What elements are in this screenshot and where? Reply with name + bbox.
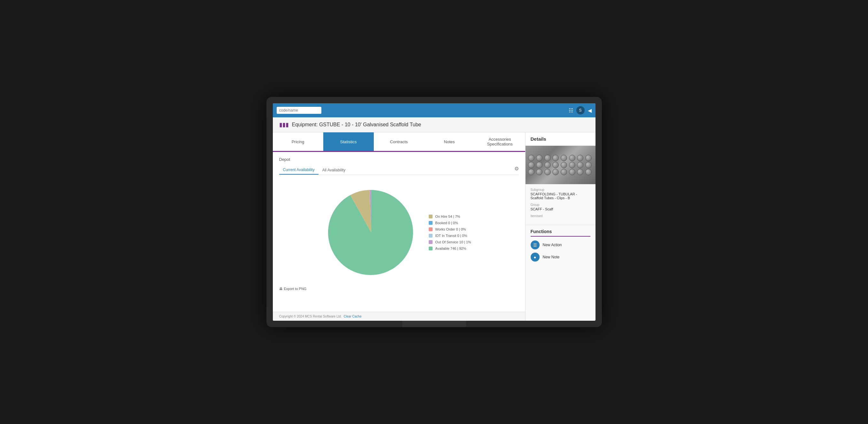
pipe	[561, 155, 567, 161]
new-note-icon: ●	[531, 253, 539, 261]
subgroup-value: SCAFFOLDING - TUBULAR - Scaffold Tubes -…	[531, 192, 590, 200]
monitor-stand	[402, 321, 466, 327]
booked-color	[429, 221, 433, 225]
scaffold-tubes-image	[526, 146, 595, 184]
main-content: Pricing Statistics Contracts Notes Acces…	[273, 132, 595, 321]
availability-tabs: Current Availability All Availability	[279, 166, 519, 175]
pie-chart	[327, 188, 416, 277]
details-body: Subgroup SCAFFOLDING - TUBULAR - Scaffol…	[526, 184, 595, 225]
group-label: Group	[531, 203, 590, 206]
footer: Copyright © 2024 MCS Rental Software Ltd…	[273, 312, 525, 321]
top-nav: ☷ S ◀	[273, 103, 595, 117]
clear-cache-link[interactable]: Clear Cache	[344, 315, 362, 318]
equipment-icon: ▮▮▮	[279, 121, 289, 128]
pipe	[536, 155, 542, 161]
pipe	[569, 162, 576, 168]
works-order-color	[429, 227, 433, 231]
new-note-item[interactable]: ● New Note	[531, 253, 590, 261]
tab-pricing[interactable]: Pricing	[273, 132, 323, 151]
legend-item: Works Order 0 | 0%	[429, 227, 471, 231]
export-png-button[interactable]: 🖶 Export to PNG	[279, 287, 307, 291]
pipe	[585, 162, 592, 168]
pipe	[552, 155, 559, 161]
monitor: ☷ S ◀ ▮▮▮ Equipment: GSTUBE - 10 - 10' G…	[267, 97, 602, 327]
out-of-service-color	[429, 240, 433, 244]
pipe	[577, 155, 583, 161]
pipe	[561, 162, 567, 168]
pipe	[528, 169, 534, 175]
legend: On Hire 54 | 7% Booked 0 | 0% Works Orde…	[429, 215, 471, 250]
group-value: SCAFF - Scaff	[531, 207, 590, 211]
legend-item: IDT In Transit 0 | 0%	[429, 234, 471, 237]
pipe	[585, 169, 592, 175]
details-image	[526, 146, 595, 184]
pipe	[528, 155, 534, 161]
on-hire-color	[429, 215, 433, 218]
search-input[interactable]	[277, 107, 321, 114]
pipe	[545, 155, 551, 161]
works-order-label: Works Order 0 | 0%	[435, 227, 466, 231]
pipe	[552, 169, 559, 175]
pipe	[545, 162, 551, 168]
tab-all-availability[interactable]: All Availability	[318, 166, 349, 175]
idt-color	[429, 234, 433, 237]
page-header: ▮▮▮ Equipment: GSTUBE - 10 - 10' Galvani…	[273, 117, 595, 132]
legend-item: On Hire 54 | 7%	[429, 215, 471, 218]
chart-section: ⚙ Current Availability All Availability	[279, 166, 519, 291]
pipe	[552, 162, 559, 168]
new-action-label: New Action	[543, 243, 562, 247]
legend-item: Available 746 | 92%	[429, 247, 471, 250]
chart-settings-icon[interactable]: ⚙	[514, 166, 519, 172]
pipe	[561, 169, 567, 175]
pipe	[528, 162, 534, 168]
pipe	[569, 155, 576, 161]
pipe	[577, 169, 583, 175]
on-hire-label: On Hire 54 | 7%	[435, 215, 460, 218]
details-header: Details	[526, 132, 595, 146]
functions-title: Functions	[531, 229, 590, 236]
subgroup-label: Subgroup	[531, 188, 590, 192]
itemised-row: Itemised	[531, 214, 590, 218]
out-of-service-label: Out Of Service 10 | 1%	[435, 240, 471, 244]
depot-label: Depot	[279, 157, 519, 162]
pipe	[536, 162, 542, 168]
pipe	[536, 169, 542, 175]
legend-item: Booked 0 | 0%	[429, 221, 471, 225]
user-icon[interactable]: ◀	[588, 108, 592, 114]
new-note-label: New Note	[543, 255, 560, 259]
group-row: Group SCAFF - Scaff	[531, 203, 590, 211]
new-action-item[interactable]: ☰ New Action	[531, 241, 590, 249]
screen: ☷ S ◀ ▮▮▮ Equipment: GSTUBE - 10 - 10' G…	[273, 103, 595, 321]
nav-icons: ☷ S ◀	[569, 106, 592, 114]
booked-label: Booked 0 | 0%	[435, 221, 458, 225]
tab-current-availability[interactable]: Current Availability	[279, 166, 318, 175]
pipe	[585, 155, 592, 161]
right-panel: Details	[525, 132, 595, 321]
user-avatar[interactable]: S	[576, 106, 585, 114]
available-label: Available 746 | 92%	[435, 247, 466, 250]
page-title: Equipment: GSTUBE - 10 - 10' Galvanised …	[292, 122, 422, 128]
tab-accessories[interactable]: Accessories Specifications	[475, 132, 525, 151]
copyright-text: Copyright © 2024 MCS Rental Software Ltd…	[279, 315, 342, 318]
idt-label: IDT In Transit 0 | 0%	[435, 234, 467, 237]
tab-statistics[interactable]: Statistics	[323, 132, 374, 151]
pipes-grid	[526, 146, 595, 184]
functions-section: Functions ☰ New Action ● New Note	[526, 225, 595, 268]
available-color	[429, 247, 433, 250]
new-action-icon: ☰	[531, 241, 539, 249]
tabs: Pricing Statistics Contracts Notes Acces…	[273, 132, 525, 152]
legend-item: Out Of Service 10 | 1%	[429, 240, 471, 244]
export-icon: 🖶	[279, 287, 283, 291]
left-panel: Pricing Statistics Contracts Notes Acces…	[273, 132, 525, 321]
list-icon[interactable]: ☷	[569, 108, 573, 114]
export-label: Export to PNG	[284, 287, 307, 291]
itemised-label: Itemised	[531, 214, 590, 218]
subgroup-row: Subgroup SCAFFOLDING - TUBULAR - Scaffol…	[531, 188, 590, 200]
content-area: Depot ⚙ Current Availability All Availab…	[273, 152, 525, 312]
pipe	[569, 169, 576, 175]
chart-container: On Hire 54 | 7% Booked 0 | 0% Works Orde…	[279, 181, 519, 284]
pipe	[545, 169, 551, 175]
tab-notes[interactable]: Notes	[424, 132, 475, 151]
tab-contracts[interactable]: Contracts	[374, 132, 424, 151]
pipe	[577, 162, 583, 168]
